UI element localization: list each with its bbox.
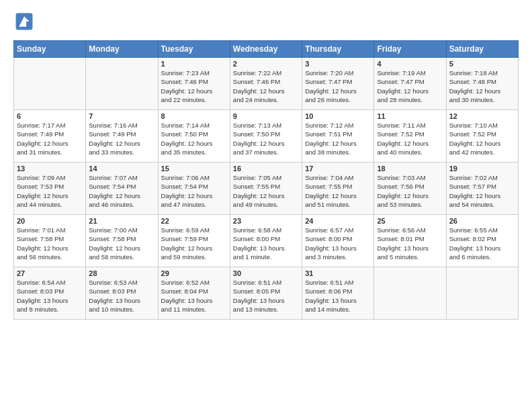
day-info: Sunrise: 6:51 AM Sunset: 8:06 PM Dayligh… [305,278,371,314]
day-cell: 1Sunrise: 7:23 AM Sunset: 7:46 PM Daylig… [158,58,230,110]
day-number: 28 [89,269,154,277]
day-cell: 10Sunrise: 7:12 AM Sunset: 7:51 PM Dayli… [302,110,374,163]
day-info: Sunrise: 7:23 AM Sunset: 7:46 PM Dayligh… [161,68,227,104]
day-info: Sunrise: 7:01 AM Sunset: 7:58 PM Dayligh… [17,226,83,261]
header-cell-tuesday: Tuesday [158,41,230,58]
day-cell: 9Sunrise: 7:13 AM Sunset: 7:50 PM Daylig… [230,110,302,163]
day-cell: 13Sunrise: 7:09 AM Sunset: 7:53 PM Dayli… [14,163,86,215]
day-number: 30 [233,269,299,277]
logo-icon [15,12,34,31]
week-row-1: 6Sunrise: 7:17 AM Sunset: 7:49 PM Daylig… [14,110,519,163]
day-number: 20 [17,217,83,225]
day-info: Sunrise: 7:11 AM Sunset: 7:52 PM Dayligh… [377,121,443,156]
day-number: 1 [161,60,227,68]
day-cell: 31Sunrise: 6:51 AM Sunset: 8:06 PM Dayli… [302,267,374,320]
day-info: Sunrise: 7:20 AM Sunset: 7:47 PM Dayligh… [305,68,371,104]
day-info: Sunrise: 7:19 AM Sunset: 7:47 PM Dayligh… [377,68,443,104]
day-info: Sunrise: 7:09 AM Sunset: 7:53 PM Dayligh… [17,173,83,209]
day-cell: 23Sunrise: 6:58 AM Sunset: 8:00 PM Dayli… [230,215,302,267]
day-info: Sunrise: 7:05 AM Sunset: 7:55 PM Dayligh… [233,173,299,209]
day-cell: 19Sunrise: 7:02 AM Sunset: 7:57 PM Dayli… [446,163,518,215]
header-cell-friday: Friday [374,41,446,58]
day-info: Sunrise: 6:56 AM Sunset: 8:01 PM Dayligh… [377,226,443,261]
day-number: 18 [377,165,443,173]
day-cell: 21Sunrise: 7:00 AM Sunset: 7:58 PM Dayli… [86,215,158,267]
day-number: 5 [449,60,515,68]
header-cell-sunday: Sunday [14,41,86,58]
header [13,12,519,34]
calendar-table: SundayMondayTuesdayWednesdayThursdayFrid… [13,40,519,320]
day-info: Sunrise: 7:06 AM Sunset: 7:54 PM Dayligh… [161,173,227,209]
day-number: 13 [17,165,83,173]
day-number: 25 [377,217,443,225]
day-number: 10 [305,112,371,120]
day-cell: 14Sunrise: 7:07 AM Sunset: 7:54 PM Dayli… [86,163,158,215]
day-cell: 5Sunrise: 7:18 AM Sunset: 7:48 PM Daylig… [446,58,518,110]
day-info: Sunrise: 6:58 AM Sunset: 8:00 PM Dayligh… [233,226,299,261]
header-cell-monday: Monday [86,41,158,58]
day-number: 23 [233,217,299,225]
day-cell: 26Sunrise: 6:55 AM Sunset: 8:02 PM Dayli… [446,215,518,267]
day-cell: 16Sunrise: 7:05 AM Sunset: 7:55 PM Dayli… [230,163,302,215]
day-number: 24 [305,217,371,225]
day-cell: 24Sunrise: 6:57 AM Sunset: 8:00 PM Dayli… [302,215,374,267]
day-number: 6 [17,112,83,120]
day-info: Sunrise: 7:00 AM Sunset: 7:58 PM Dayligh… [89,226,154,261]
day-info: Sunrise: 7:16 AM Sunset: 7:49 PM Dayligh… [89,121,154,156]
day-info: Sunrise: 6:55 AM Sunset: 8:02 PM Dayligh… [449,226,515,261]
day-cell [86,58,158,110]
page: SundayMondayTuesdayWednesdayThursdayFrid… [0,0,532,326]
day-number: 27 [17,269,83,277]
day-number: 3 [305,60,371,68]
day-cell: 8Sunrise: 7:14 AM Sunset: 7:50 PM Daylig… [158,110,230,163]
week-row-4: 27Sunrise: 6:54 AM Sunset: 8:03 PM Dayli… [14,267,519,320]
day-number: 19 [449,165,515,173]
header-cell-thursday: Thursday [302,41,374,58]
day-info: Sunrise: 7:02 AM Sunset: 7:57 PM Dayligh… [449,173,515,209]
week-row-2: 13Sunrise: 7:09 AM Sunset: 7:53 PM Dayli… [14,163,519,215]
day-number: 8 [161,112,227,120]
day-info: Sunrise: 7:22 AM Sunset: 7:46 PM Dayligh… [233,68,299,104]
day-number: 26 [449,217,515,225]
day-info: Sunrise: 6:54 AM Sunset: 8:03 PM Dayligh… [17,278,83,314]
day-cell: 7Sunrise: 7:16 AM Sunset: 7:49 PM Daylig… [86,110,158,163]
day-info: Sunrise: 6:59 AM Sunset: 7:59 PM Dayligh… [161,226,227,261]
day-cell: 15Sunrise: 7:06 AM Sunset: 7:54 PM Dayli… [158,163,230,215]
day-number: 22 [161,217,227,225]
header-row: SundayMondayTuesdayWednesdayThursdayFrid… [14,41,519,58]
header-cell-saturday: Saturday [446,41,518,58]
day-cell: 30Sunrise: 6:51 AM Sunset: 8:05 PM Dayli… [230,267,302,320]
logo [13,12,36,34]
day-cell: 11Sunrise: 7:11 AM Sunset: 7:52 PM Dayli… [374,110,446,163]
day-cell: 28Sunrise: 6:53 AM Sunset: 8:03 PM Dayli… [86,267,158,320]
day-cell: 12Sunrise: 7:10 AM Sunset: 7:52 PM Dayli… [446,110,518,163]
day-info: Sunrise: 6:57 AM Sunset: 8:00 PM Dayligh… [305,226,371,261]
day-info: Sunrise: 6:52 AM Sunset: 8:04 PM Dayligh… [161,278,227,314]
day-cell: 20Sunrise: 7:01 AM Sunset: 7:58 PM Dayli… [14,215,86,267]
day-number: 12 [449,112,515,120]
day-info: Sunrise: 7:12 AM Sunset: 7:51 PM Dayligh… [305,121,371,156]
day-info: Sunrise: 6:53 AM Sunset: 8:03 PM Dayligh… [89,278,154,314]
day-number: 2 [233,60,299,68]
day-number: 31 [305,269,371,277]
day-info: Sunrise: 7:13 AM Sunset: 7:50 PM Dayligh… [233,121,299,156]
day-cell: 4Sunrise: 7:19 AM Sunset: 7:47 PM Daylig… [374,58,446,110]
week-row-3: 20Sunrise: 7:01 AM Sunset: 7:58 PM Dayli… [14,215,519,267]
day-info: Sunrise: 7:18 AM Sunset: 7:48 PM Dayligh… [449,68,515,104]
day-number: 4 [377,60,443,68]
day-cell: 6Sunrise: 7:17 AM Sunset: 7:49 PM Daylig… [14,110,86,163]
day-number: 17 [305,165,371,173]
day-cell: 18Sunrise: 7:03 AM Sunset: 7:56 PM Dayli… [374,163,446,215]
day-cell: 3Sunrise: 7:20 AM Sunset: 7:47 PM Daylig… [302,58,374,110]
day-number: 16 [233,165,299,173]
day-cell: 22Sunrise: 6:59 AM Sunset: 7:59 PM Dayli… [158,215,230,267]
day-cell [374,267,446,320]
day-info: Sunrise: 7:07 AM Sunset: 7:54 PM Dayligh… [89,173,154,209]
day-number: 11 [377,112,443,120]
day-cell [14,58,86,110]
day-number: 29 [161,269,227,277]
day-number: 14 [89,165,154,173]
day-info: Sunrise: 7:04 AM Sunset: 7:55 PM Dayligh… [305,173,371,209]
day-cell: 2Sunrise: 7:22 AM Sunset: 7:46 PM Daylig… [230,58,302,110]
day-cell: 17Sunrise: 7:04 AM Sunset: 7:55 PM Dayli… [302,163,374,215]
